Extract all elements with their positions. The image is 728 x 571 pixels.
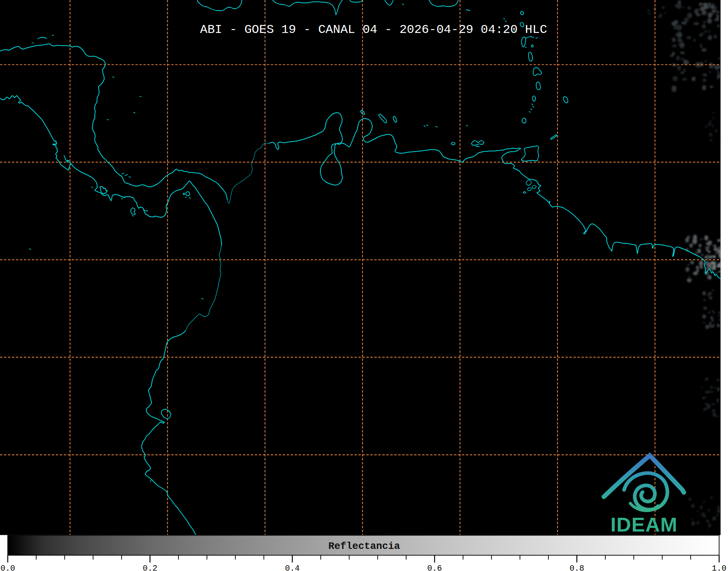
svg-text:0.0: 0.0: [0, 564, 15, 571]
svg-text:0.8: 0.8: [569, 564, 584, 571]
svg-text:1.0: 1.0: [712, 564, 727, 571]
svg-text:ABI - GOES 19 - CANAL 04 - 202: ABI - GOES 19 - CANAL 04 - 2026-04-29 04…: [200, 23, 547, 37]
svg-text:IDEAM: IDEAM: [610, 513, 677, 536]
svg-text:0.4: 0.4: [285, 564, 300, 571]
svg-text:0.6: 0.6: [427, 564, 442, 571]
svg-text:Reflectancia: Reflectancia: [328, 541, 400, 552]
svg-text:0.2: 0.2: [143, 564, 157, 571]
